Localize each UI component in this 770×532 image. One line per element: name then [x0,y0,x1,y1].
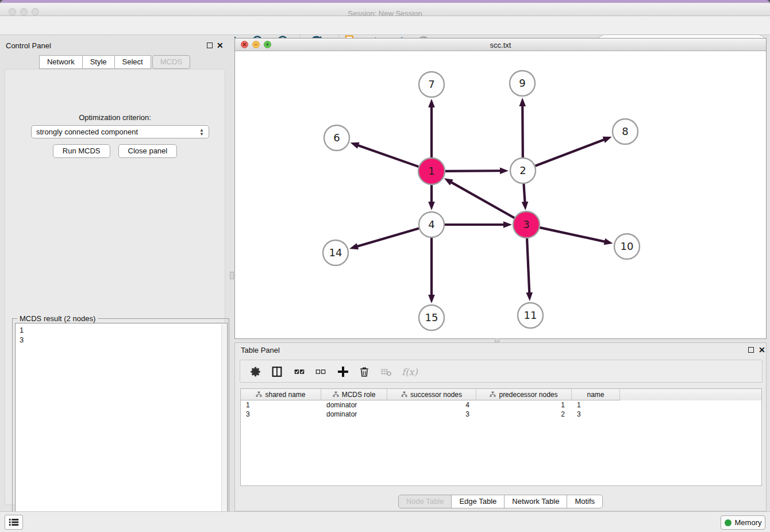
tab-select[interactable]: Select [114,55,151,69]
create-column-icon[interactable] [335,364,351,380]
control-panel-tabs: Network Style Select MCDS [0,55,230,69]
graph-edge[interactable] [450,182,515,218]
graph-edge-arrowhead [519,98,526,106]
mcds-result-title: MCDS result (2 nodes) [17,314,98,323]
control-panel-title: Control Panel [6,41,51,50]
unselect-all-columns-icon[interactable] [313,364,329,380]
column-header[interactable]: name [572,389,620,400]
graph-edge[interactable] [535,139,605,166]
show-column-icon[interactable] [269,364,285,380]
criterion-dropdown[interactable]: strongly connected component ▲▼ [31,125,209,138]
memory-label: Memory [735,518,762,527]
graph-node-label: 4 [428,218,434,230]
graph-edge[interactable] [539,228,606,242]
graph-edge-arrowhead [603,137,612,143]
graph-node-label: 2 [519,164,526,176]
mcds-result-group: MCDS result (2 nodes) 1 3 [12,318,229,532]
column-header[interactable]: successor nodes [387,389,476,400]
graph-node-label: 15 [425,311,438,323]
delete-table-icon [378,364,394,380]
network-graph-canvas[interactable]: 7968124314101511 [235,51,766,338]
tab-style[interactable]: Style [82,55,115,69]
column-header[interactable]: shared name [241,389,321,400]
tab-node-table[interactable]: Node Table [398,495,452,508]
close-table-panel-icon[interactable]: ✕ [759,346,765,353]
table-cell[interactable]: 4 [387,400,476,410]
graph-edge-arrowhead [428,202,435,210]
tab-network[interactable]: Network [39,55,83,69]
memory-status-icon [725,519,732,526]
vertical-splitter[interactable] [230,35,234,511]
graph-edge[interactable] [527,238,529,294]
graph-edge-arrowhead [351,142,360,149]
tab-network-table[interactable]: Network Table [504,495,567,508]
table-cell[interactable]: 3 [241,410,321,419]
graph-edge-arrowhead [500,167,509,174]
mcds-result-scrollbar[interactable] [221,324,226,532]
graph-node-label: 14 [329,246,342,259]
graph-edge[interactable] [356,228,419,246]
graph-node-label: 1 [428,165,434,177]
graph-node-label: 3 [523,218,529,230]
task-history-button[interactable] [5,515,23,530]
table-row[interactable]: 1dominator411 [241,400,761,410]
table-toolbar: f(x) [240,360,763,383]
graph-edge-arrowhead [503,221,512,228]
graph-node-label: 6 [333,132,340,144]
main-toolbar [0,16,770,35]
float-panel-icon[interactable] [207,43,213,48]
delete-column-trash-icon[interactable] [356,364,372,380]
table-header-row: shared nameMCDS rolesuccessor nodesprede… [241,389,761,400]
splitter-handle[interactable] [230,272,234,279]
close-panel-icon[interactable]: ✕ [217,42,224,49]
table-row[interactable]: 3dominator323 [241,410,761,419]
mcds-result-textarea[interactable]: 1 3 [15,323,228,532]
float-table-panel-icon[interactable] [748,347,754,353]
attribute-tree-icon [333,391,339,398]
network-window-titlebar[interactable]: ✕ − + scc.txt [235,38,766,51]
mcds-panel: Optimization criterion: strongly connect… [5,69,225,505]
attribute-tree-icon [401,391,407,398]
column-header[interactable]: predecessor nodes [476,389,572,400]
table-cell[interactable]: dominator [321,410,387,419]
select-all-columns-icon[interactable] [291,364,307,380]
graph-node-label: 8 [622,125,628,137]
table-panel: Table Panel ✕ f(x) [234,342,767,511]
function-builder-icon: f(x) [399,364,421,380]
column-header[interactable]: MCDS role [321,389,387,400]
table-cell[interactable]: 3 [387,410,476,419]
graph-edge-arrowhead [428,295,435,303]
run-mcds-button[interactable]: Run MCDS [53,144,110,158]
graph-edge[interactable] [357,145,419,167]
tab-motifs[interactable]: Motifs [567,495,603,508]
graph-edge[interactable] [445,171,502,171]
close-panel-button[interactable]: Close panel [118,144,178,158]
graph-edge-arrowhead [349,243,359,249]
table-cell[interactable]: 1 [476,400,572,410]
optimization-criterion-label: Optimization criterion: [5,113,225,122]
graph-edge[interactable] [523,184,525,203]
horizontal-splitter-handle[interactable] [495,338,499,342]
node-table[interactable]: shared nameMCDS rolesuccessor nodesprede… [240,388,762,486]
memory-button[interactable]: Memory [721,515,765,530]
attribute-tree-icon [256,391,262,398]
table-cell[interactable]: 1 [241,400,321,410]
table-body: 1dominator4113dominator323 [241,400,761,419]
tab-edge-table[interactable]: Edge Table [451,495,505,508]
table-cell[interactable]: 2 [476,410,572,419]
mcds-result-values: 1 3 [16,323,227,345]
tab-mcds[interactable]: MCDS [152,55,190,69]
graph-node-label: 7 [428,78,434,90]
table-cell[interactable]: dominator [321,400,387,410]
table-settings-gear-icon[interactable] [248,364,264,380]
table-cell[interactable]: 3 [572,410,620,419]
table-tabs: Node Table Edge Table Network Table Moti… [235,495,766,508]
graph-edge[interactable] [522,105,523,157]
table-panel-title: Table Panel [241,346,280,354]
graph-node-label: 11 [524,309,537,321]
graph-node-label: 10 [621,240,634,252]
application-window: Session: New Session [0,0,770,532]
control-panel: Control Panel ✕ Network Style Select MCD… [0,35,230,511]
status-bar: Memory [0,511,770,532]
table-cell[interactable]: 1 [572,400,620,410]
